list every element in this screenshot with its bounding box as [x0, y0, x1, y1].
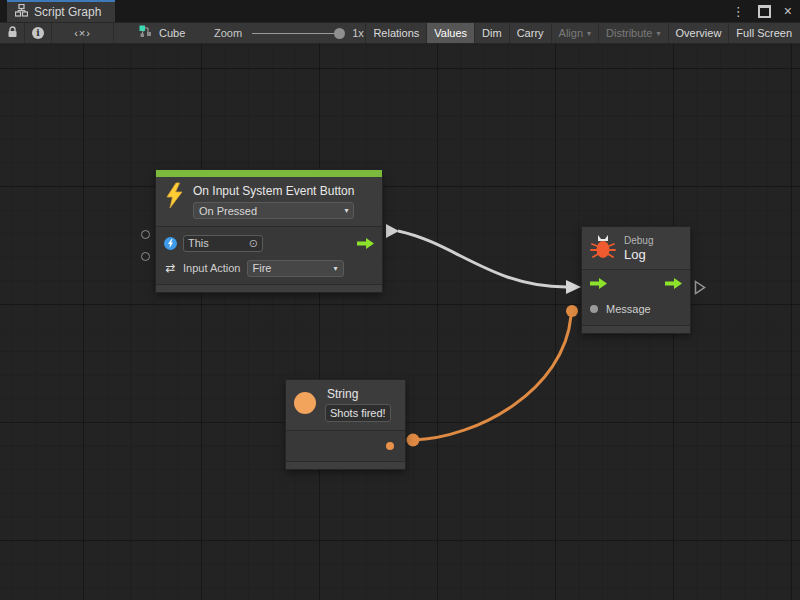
debug-node-footer	[582, 325, 690, 333]
wire-end-dot	[566, 305, 578, 317]
event-node-footer	[156, 284, 382, 292]
carry-label: Carry	[517, 27, 544, 39]
string-node-title: String	[325, 387, 391, 401]
log-output-port[interactable]	[694, 280, 706, 299]
graph-toolbar: i ‹×› Cube Zoom 1x Relations Values	[0, 22, 800, 44]
wire-end-arrowhead	[566, 280, 581, 294]
wire-start-dot	[407, 434, 420, 447]
window-tab-bar: Script Graph ⋮ ×	[0, 0, 800, 22]
event-mode-value: On Pressed	[199, 205, 257, 217]
values-button[interactable]: Values	[426, 23, 474, 43]
fullscreen-button[interactable]: Full Screen	[728, 23, 799, 43]
align-label: Align	[559, 27, 583, 39]
tab-title: Script Graph	[34, 5, 101, 19]
graph-owner-label: Cube	[159, 27, 185, 39]
event-port-empty-2[interactable]	[141, 252, 150, 261]
node-graph-icon	[139, 25, 153, 41]
zoom-slider[interactable]	[252, 33, 342, 34]
overview-button[interactable]: Overview	[668, 23, 729, 43]
wire-event-to-log[interactable]	[398, 231, 566, 287]
distribute-button[interactable]: Distribute ▾	[598, 23, 667, 43]
object-picker-icon[interactable]: ⊙	[249, 238, 258, 249]
code-icon: ‹×›	[74, 27, 91, 39]
info-icon: i	[32, 27, 44, 39]
chevron-down-icon: ▾	[344, 207, 348, 215]
fullscreen-label: Full Screen	[736, 27, 792, 39]
graph-canvas[interactable]: On Input System Event Button On Pressed …	[0, 44, 800, 600]
message-input-port[interactable]	[590, 305, 598, 313]
string-node-footer	[286, 461, 405, 469]
input-action-dropdown[interactable]: Fire ▾	[247, 260, 344, 277]
event-accent-bar	[156, 170, 382, 177]
string-value-field[interactable]: Shots fired!	[325, 404, 391, 422]
input-action-icon: ⇄	[164, 262, 177, 274]
maximize-icon[interactable]	[758, 5, 771, 18]
input-action-value: Fire	[253, 262, 272, 274]
string-output-port[interactable]	[386, 442, 394, 450]
lightning-icon	[164, 182, 184, 212]
chevron-down-icon: ▾	[657, 30, 661, 38]
lock-button[interactable]	[0, 23, 25, 43]
event-node-title: On Input System Event Button	[193, 182, 354, 198]
relations-label: Relations	[373, 27, 419, 39]
wire-string-to-message[interactable]	[413, 316, 571, 440]
chevron-down-icon: ▾	[587, 30, 591, 38]
bug-icon	[590, 234, 616, 262]
edit-script-button[interactable]: ‹×›	[52, 23, 114, 43]
node-on-input-system-event-button[interactable]: On Input System Event Button On Pressed …	[156, 170, 382, 292]
event-mode-dropdown[interactable]: On Pressed ▾	[193, 202, 354, 219]
tab-script-graph[interactable]: Script Graph	[7, 0, 115, 22]
dim-label: Dim	[482, 27, 502, 39]
close-icon[interactable]: ×	[784, 4, 792, 18]
node-string-literal[interactable]: String Shots fired!	[286, 380, 405, 469]
window-menu-icon[interactable]: ⋮	[732, 5, 745, 18]
relations-button[interactable]: Relations	[365, 23, 426, 43]
distribute-label: Distribute	[606, 27, 652, 39]
graph-owner-button[interactable]: Cube	[139, 23, 185, 43]
lock-icon	[7, 26, 18, 40]
flow-input-port[interactable]	[590, 278, 607, 292]
this-field-value: This	[188, 237, 209, 249]
wire-start-arrowhead	[386, 224, 399, 238]
input-action-label: Input Action	[183, 262, 241, 274]
flow-output-port[interactable]	[665, 278, 682, 292]
graph-hierarchy-icon	[15, 4, 28, 20]
event-port-empty-1[interactable]	[141, 230, 150, 239]
overview-label: Overview	[676, 27, 722, 39]
dim-button[interactable]: Dim	[474, 23, 509, 43]
this-object-field[interactable]: This ⊙	[183, 235, 263, 252]
input-system-icon	[164, 237, 177, 250]
string-type-icon	[294, 392, 316, 414]
chevron-down-icon: ▾	[333, 265, 337, 273]
zoom-value: 1x	[352, 27, 364, 39]
carry-button[interactable]: Carry	[509, 23, 551, 43]
zoom-slider-thumb[interactable]	[334, 28, 345, 39]
info-button[interactable]: i	[25, 23, 52, 43]
align-button[interactable]: Align ▾	[551, 23, 598, 43]
values-label: Values	[434, 27, 467, 39]
debug-node-title: Log	[624, 247, 653, 262]
node-debug-log[interactable]: Debug Log Message	[582, 227, 690, 333]
message-label: Message	[606, 303, 651, 315]
event-trigger-output-port[interactable]	[357, 238, 374, 249]
debug-category-label: Debug	[624, 235, 653, 246]
zoom-label: Zoom	[214, 27, 242, 39]
